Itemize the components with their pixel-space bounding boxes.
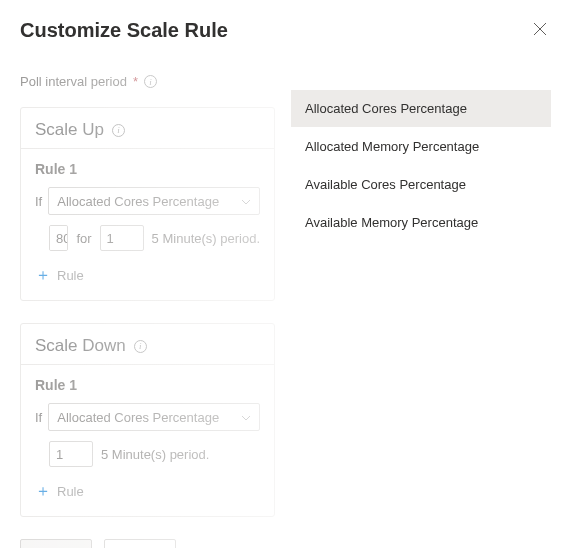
metric-value: Allocated Cores Percentage [57,410,219,425]
period-text: 5 Minute(s) period. [101,447,209,462]
scale-down-body: Rule 1 If Allocated Cores Percentage 5 M… [21,365,274,516]
dropdown-option[interactable]: Allocated Memory Percentage [291,128,551,166]
panel-title: Customize Scale Rule [20,19,228,42]
scale-up-title: Scale Up [35,120,104,140]
scale-up-body: Rule 1 If Allocated Cores Percentage % f… [21,149,274,300]
duration-input[interactable] [49,441,93,467]
chevron-down-icon [241,412,251,423]
if-label: If [35,410,42,425]
threshold-input-wrap: % [49,225,68,251]
for-label: for [76,231,91,246]
panel-header: Customize Scale Rule [0,0,571,50]
metric-value: Allocated Cores Percentage [57,194,219,209]
scale-up-card: Scale Up i Rule 1 If Allocated Cores Per… [20,107,275,301]
rule-title: Rule 1 [35,377,260,393]
dropdown-option[interactable]: Available Memory Percentage [291,204,551,242]
plus-icon: ＋ [35,481,51,502]
cancel-button[interactable]: Cancel [104,539,176,548]
poll-interval-row: Poll interval period * i [20,74,275,89]
ok-button[interactable]: Ok [20,539,92,548]
footer-buttons: Ok Cancel [20,539,275,548]
add-rule-label: Rule [57,484,84,499]
rule-condition-row: If Allocated Cores Percentage [35,187,260,215]
add-rule-button[interactable]: ＋ Rule [35,481,260,502]
metric-select[interactable]: Allocated Cores Percentage [48,187,260,215]
threshold-row: 5 Minute(s) period. [35,441,260,467]
scale-down-header: Scale Down i [21,324,274,365]
add-rule-label: Rule [57,268,84,283]
close-icon [533,22,547,36]
rule-title: Rule 1 [35,161,260,177]
left-column: Poll interval period * i Scale Up i Rule… [0,74,275,548]
required-marker: * [133,74,138,89]
period-text: 5 Minute(s) period. [152,231,260,246]
threshold-input[interactable] [50,226,68,250]
rule-condition-row: If Allocated Cores Percentage [35,403,260,431]
info-icon[interactable]: i [134,340,147,353]
dropdown-option[interactable]: Allocated Cores Percentage [291,90,551,128]
scale-down-card: Scale Down i Rule 1 If Allocated Cores P… [20,323,275,517]
scale-up-header: Scale Up i [21,108,274,149]
plus-icon: ＋ [35,265,51,286]
add-rule-button[interactable]: ＋ Rule [35,265,260,286]
poll-label: Poll interval period [20,74,127,89]
if-label: If [35,194,42,209]
info-icon[interactable]: i [112,124,125,137]
scale-down-title: Scale Down [35,336,126,356]
metric-select[interactable]: Allocated Cores Percentage [48,403,260,431]
threshold-row: % for 5 Minute(s) period. [35,225,260,251]
chevron-down-icon [241,196,251,207]
info-icon[interactable]: i [144,75,157,88]
duration-input[interactable] [100,225,144,251]
metric-dropdown: Allocated Cores Percentage Allocated Mem… [291,90,551,242]
close-button[interactable] [529,18,551,42]
dropdown-option[interactable]: Available Cores Percentage [291,166,551,204]
